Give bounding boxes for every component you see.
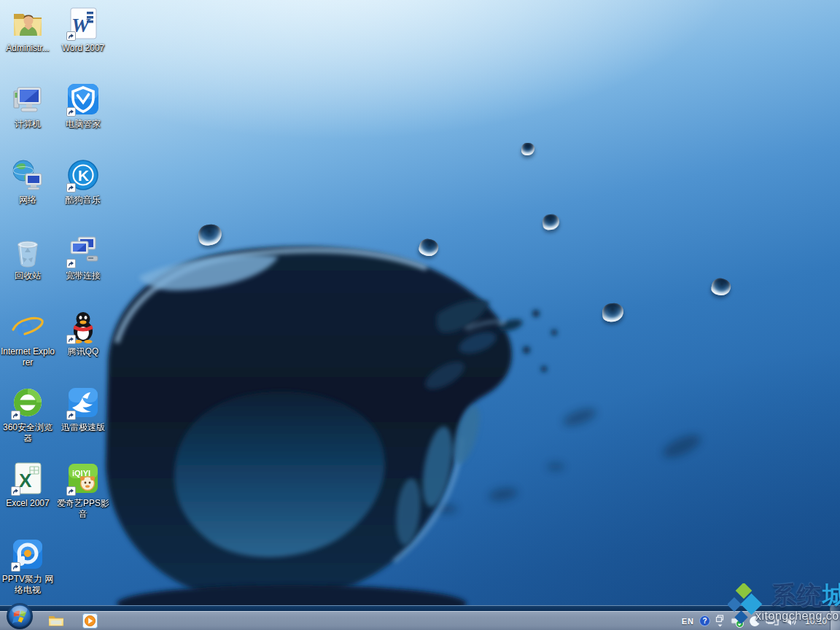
icon-label: Administr...	[0, 43, 55, 54]
wallpaper	[0, 0, 840, 630]
word-icon: W	[66, 6, 101, 41]
xunlei-bird-icon	[66, 385, 101, 420]
icon-label: 迅雷极速版	[55, 422, 111, 433]
language-help-icon[interactable]: ?	[699, 615, 710, 626]
user-folder-icon	[10, 6, 45, 41]
excel-icon: X	[10, 461, 45, 496]
icon-label: Word 2007	[55, 43, 111, 54]
windows-desktop: Administr... W Word 2007 计算机	[0, 0, 840, 630]
desktop-icon-administrator[interactable]: Administr...	[0, 6, 55, 79]
icon-label: Excel 2007	[0, 498, 55, 509]
desktop-icon-kugou[interactable]: K 酷狗音乐	[55, 158, 111, 230]
network-globe-icon	[10, 158, 45, 192]
moon-tray-icon[interactable]	[749, 615, 761, 627]
network-status-icon[interactable]	[766, 615, 779, 627]
desktop-icon-iqiyi-pps[interactable]: iQIYI 爱奇艺PPS影音	[55, 461, 111, 534]
shield-check-icon	[66, 82, 101, 117]
system-tray: EN ?	[682, 612, 830, 630]
internet-explorer-icon: e	[10, 309, 45, 344]
icon-label: Internet Explorer	[0, 346, 55, 368]
qq-penguin-icon	[66, 309, 101, 344]
icon-label: 腾讯QQ	[55, 346, 111, 357]
desktop-icon-recycle-bin[interactable]: 回收站	[0, 233, 55, 306]
svg-text:X: X	[19, 470, 32, 491]
desktop-icon-network[interactable]: 网络	[0, 158, 55, 230]
icon-label: PPTV聚力 网络电视	[0, 574, 55, 596]
icon-label: 计算机	[0, 119, 55, 130]
media-player-icon	[82, 613, 98, 629]
usb-safely-remove-icon[interactable]	[730, 615, 744, 628]
taskbar-clock[interactable]: 10:10	[802, 616, 830, 626]
icon-label: 360安全浏览器	[0, 422, 55, 444]
show-desktop-button[interactable]	[830, 605, 840, 630]
pptv-icon	[10, 537, 45, 572]
computer-icon	[10, 82, 45, 117]
taskbar-explorer-button[interactable]	[45, 612, 67, 629]
360-browser-icon	[10, 385, 45, 420]
desktop-icon-xunlei[interactable]: 迅雷极速版	[55, 385, 111, 458]
desktop-icon-excel-2007[interactable]: X Excel 2007	[0, 461, 55, 534]
svg-text:e: e	[16, 311, 32, 343]
desktop-icon-word-2007[interactable]: W Word 2007	[55, 6, 111, 79]
iqiyi-pps-icon: iQIYI	[66, 461, 101, 496]
icon-label: 电脑管家	[55, 119, 111, 130]
icon-label: 网络	[0, 195, 55, 206]
recycle-bin-icon	[10, 233, 45, 268]
svg-text:K: K	[78, 167, 89, 184]
kugou-icon: K	[66, 158, 101, 192]
icon-label: 酷狗音乐	[55, 195, 111, 206]
taskbar: EN ?	[0, 605, 840, 630]
taskbar-media-player-button[interactable]	[79, 612, 101, 629]
icon-label: 回收站	[0, 271, 55, 281]
volume-icon[interactable]	[785, 615, 797, 626]
svg-text:?: ?	[703, 617, 707, 625]
desktop-icon-360-browser[interactable]: 360安全浏览器	[0, 385, 55, 458]
desktop-icon-internet-explorer[interactable]: e Internet Explorer	[0, 309, 55, 382]
icon-label: 宽带连接	[55, 271, 111, 281]
desktop-icon-pc-manager[interactable]: 电脑管家	[55, 82, 111, 155]
desktop-icon-computer[interactable]: 计算机	[0, 82, 55, 155]
broadband-connection-icon	[66, 233, 101, 268]
folder-icon	[48, 614, 64, 627]
desktop-icon-broadband[interactable]: 宽带连接	[55, 233, 111, 306]
icon-label: 爱奇艺PPS影音	[55, 498, 111, 520]
language-bar-restore-icon[interactable]	[715, 615, 725, 627]
language-indicator[interactable]: EN	[682, 617, 694, 626]
start-button[interactable]	[6, 602, 34, 630]
desktop-icon-pptv[interactable]: PPTV聚力 网络电视	[0, 537, 55, 610]
desktop-icon-qq[interactable]: 腾讯QQ	[55, 309, 111, 382]
